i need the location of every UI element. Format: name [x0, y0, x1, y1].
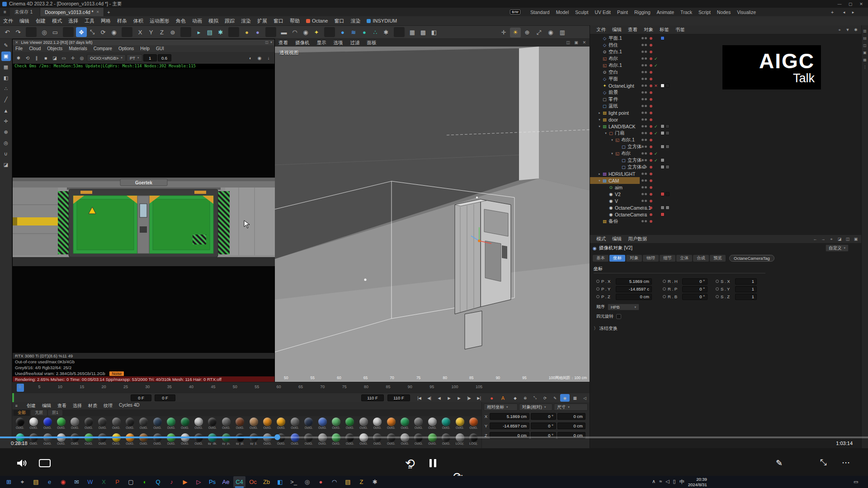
tray-expand-icon[interactable]: ∧: [652, 479, 656, 485]
material-swatch[interactable]: OctG.: [343, 417, 357, 432]
object-row[interactable]: ▾ ▤ CAM: [590, 177, 861, 184]
record-position-icon[interactable]: ⊕: [520, 394, 530, 402]
material-swatch[interactable]: OctG.: [82, 417, 95, 432]
object-tag[interactable]: [660, 131, 665, 135]
expand-icon[interactable]: ▾: [597, 179, 602, 183]
visibility-dots[interactable]: [642, 37, 647, 39]
menu-item[interactable]: 文件: [0, 18, 16, 24]
material-layer-tab[interactable]: 无层: [31, 410, 47, 416]
workspace-tab[interactable]: Standard: [528, 9, 552, 15]
material-swatch[interactable]: sy_dk.: [206, 432, 219, 448]
menu-item[interactable]: 渲染: [347, 18, 363, 24]
document-tab[interactable]: Dooropen_v1013.c4d *✕: [40, 8, 104, 16]
object-tag[interactable]: [665, 124, 670, 128]
object-tag[interactable]: [660, 158, 665, 162]
visibility-dots[interactable]: [642, 193, 647, 195]
scale-field[interactable]: 1: [735, 294, 757, 300]
material-swatch[interactable]: OctG.: [109, 417, 123, 432]
visibility-dots[interactable]: [642, 105, 647, 107]
lv-clay-icon[interactable]: ◐: [246, 54, 255, 62]
material-sphere[interactable]: [181, 418, 189, 426]
prev-key-icon[interactable]: ◀|: [425, 394, 434, 402]
viewport-solo-icon[interactable]: ◎: [1, 138, 11, 148]
layer-dot[interactable]: [650, 173, 652, 175]
light-object-icon[interactable]: ✦: [311, 27, 322, 37]
layer-dot[interactable]: [650, 57, 652, 60]
material-sphere[interactable]: [401, 418, 409, 426]
toolbar-icon[interactable]: [122, 27, 132, 37]
viewport-menu-item[interactable]: 面板: [363, 40, 380, 46]
visibility-dots[interactable]: [642, 71, 647, 73]
menu-item[interactable]: 帮助: [287, 18, 303, 24]
menu-item[interactable]: 编辑: [16, 18, 33, 24]
lv-dock-icon[interactable]: ▾: [270, 40, 272, 44]
vp-max-icon[interactable]: ▣: [573, 39, 580, 46]
add-workspace-button[interactable]: +: [828, 8, 836, 16]
keyframe-dot[interactable]: [596, 280, 599, 283]
object-row[interactable]: ▢ 零件: [590, 96, 861, 103]
viewport-menu-item[interactable]: 摄像机: [292, 40, 313, 46]
material-sphere[interactable]: [469, 418, 478, 426]
visibility-dots[interactable]: [642, 213, 647, 216]
lv-region-icon[interactable]: ▭: [60, 54, 68, 62]
om-menu-item[interactable]: 书签: [672, 27, 688, 33]
menu-item[interactable]: 网格: [98, 18, 114, 24]
record-rotation-icon[interactable]: ⟳: [540, 394, 550, 402]
coord-system-icon[interactable]: ⊚: [167, 27, 178, 37]
vp-close-icon[interactable]: ✕: [581, 39, 588, 46]
viewport-menu-item[interactable]: 过滤: [347, 40, 363, 46]
coords-mode-dropdown[interactable]: 相对坐标: [484, 404, 518, 411]
material-swatch[interactable]: OctG.: [247, 417, 260, 432]
object-tag[interactable]: [660, 84, 665, 88]
snap-icon[interactable]: ∪: [1, 149, 11, 159]
floor-object-icon[interactable]: ▬: [278, 27, 289, 37]
new-tab-button[interactable]: +: [104, 8, 113, 16]
material-sphere[interactable]: [359, 418, 368, 426]
material-sphere[interactable]: [16, 418, 24, 426]
lv-value-field-2[interactable]: 0.6: [158, 54, 171, 61]
pause-button[interactable]: [429, 459, 436, 467]
object-row[interactable]: ◇ 前景: [590, 89, 861, 96]
object-tag[interactable]: [665, 131, 670, 135]
visibility-dots[interactable]: [642, 220, 647, 222]
lv-menu-item[interactable]: Compare: [91, 46, 115, 51]
object-tag[interactable]: [660, 192, 665, 196]
last-tool-icon[interactable]: ◉: [108, 27, 119, 37]
lv-menu-item[interactable]: File: [13, 46, 25, 51]
layer-dot[interactable]: [650, 84, 652, 87]
material-swatch[interactable]: OctG.: [398, 432, 411, 448]
material-swatch[interactable]: OctG.: [453, 417, 467, 432]
material-swatch[interactable]: OctG.: [13, 417, 27, 432]
notes-pencil-icon[interactable]: ✎: [776, 458, 783, 468]
material-sphere[interactable]: [332, 418, 340, 426]
keyframe-dot[interactable]: [716, 280, 719, 283]
material-swatch[interactable]: OctG.: [233, 417, 247, 432]
menu-item[interactable]: 窗口: [331, 18, 347, 24]
kernel-dropdown[interactable]: PT: [127, 54, 142, 61]
material-swatch[interactable]: OctG.: [425, 417, 439, 432]
om-search-icon[interactable]: ⌖: [836, 27, 843, 33]
workspace-tab[interactable]: Rigging: [632, 9, 653, 15]
z-axis-lock-icon[interactable]: Z: [156, 27, 167, 37]
layer-dot[interactable]: [650, 64, 652, 67]
size-field[interactable]: 0 cm: [557, 413, 585, 420]
expand-icon[interactable]: ▾: [597, 125, 602, 128]
material-swatch[interactable]: OctG.: [412, 417, 425, 432]
material-sphere[interactable]: [139, 418, 148, 426]
menu-item[interactable]: 创建: [33, 18, 49, 24]
ocio-dropdown[interactable]: OCIO:<sRGB>: [87, 54, 126, 61]
tray-battery-icon[interactable]: ▯: [673, 479, 676, 485]
layer-dot[interactable]: [650, 132, 652, 135]
rotation-field[interactable]: 0 °: [531, 422, 556, 429]
lv-picker-icon[interactable]: ✛: [69, 54, 77, 62]
lv-restart-icon[interactable]: ⟲: [24, 54, 32, 62]
layer-dot[interactable]: [650, 179, 652, 182]
object-tag[interactable]: [660, 165, 665, 169]
terminal-icon[interactable]: >_: [288, 476, 300, 488]
bilibili-icon[interactable]: ▷: [193, 476, 205, 488]
qq-icon[interactable]: Q: [152, 476, 164, 488]
record-param-icon[interactable]: ✎: [550, 394, 560, 402]
visibility-dots[interactable]: [642, 200, 647, 202]
material-sphere[interactable]: [126, 418, 134, 426]
rotate-tool-icon[interactable]: ⟳: [98, 27, 108, 37]
